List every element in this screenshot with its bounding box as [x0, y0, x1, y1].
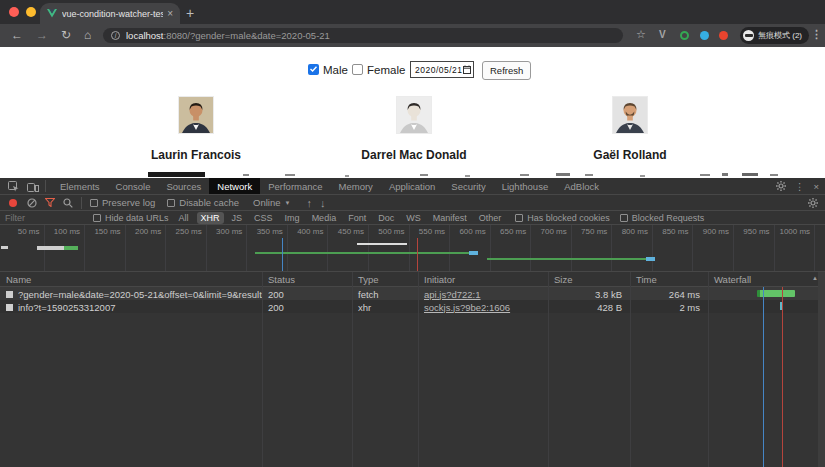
timeline-tick-label: 900 ms — [691, 227, 729, 236]
record-network-log-button[interactable] — [9, 199, 17, 207]
overview-request-bar — [64, 246, 78, 250]
filter-type-all[interactable]: All — [175, 212, 193, 224]
filter-type-ws[interactable]: WS — [402, 212, 425, 224]
date-value: 2020/05/21 — [415, 65, 463, 75]
table-row[interactable]: ?gender=male&date=2020-05-21&offset=0&li… — [0, 287, 825, 300]
devtools-tab-elements[interactable]: Elements — [52, 178, 108, 194]
column-header-status[interactable]: Status — [262, 272, 352, 286]
devtools-close-icon[interactable]: × — [813, 181, 819, 192]
inspect-element-icon[interactable] — [8, 181, 19, 192]
results-grid: Laurin Francois Darrel Mac Donald Gaël R… — [0, 97, 825, 167]
network-filter-funnel-icon[interactable] — [45, 198, 55, 207]
network-settings-gear-icon[interactable] — [808, 198, 818, 208]
devtools-tab-application[interactable]: Application — [381, 178, 443, 194]
timeline-tick-label: 350 ms — [245, 227, 283, 236]
back-icon[interactable]: ← — [11, 28, 23, 43]
blue-extension-icon[interactable] — [700, 31, 709, 40]
network-search-icon[interactable] — [63, 198, 73, 208]
import-har-icon[interactable]: ↑ — [306, 197, 312, 209]
vue-devtools-extension-icon[interactable]: V — [659, 29, 666, 40]
devtools-tab-memory[interactable]: Memory — [331, 178, 381, 194]
hide-data-urls-checkbox[interactable] — [93, 214, 101, 222]
blocked-requests-checkbox[interactable] — [620, 214, 628, 222]
person-photo — [613, 97, 647, 133]
tab-close-icon[interactable]: × — [167, 9, 173, 19]
address-bar[interactable]: i localhost:8080/?gender=male&date=2020-… — [103, 28, 623, 43]
timeline-tick-label: 800 ms — [610, 227, 648, 236]
red-extension-icon[interactable] — [719, 31, 728, 40]
female-checkbox[interactable] — [352, 64, 363, 75]
preserve-log-checkbox[interactable] — [90, 199, 98, 207]
green-extension-icon[interactable] — [680, 31, 689, 40]
male-checkbox[interactable] — [308, 64, 319, 75]
clear-network-log-icon[interactable] — [27, 198, 37, 208]
column-header-time[interactable]: Time — [630, 272, 708, 286]
new-tab-button[interactable]: + — [186, 4, 194, 22]
filter-type-doc[interactable]: Doc — [374, 212, 398, 224]
window-minimize-button[interactable] — [26, 7, 36, 17]
home-icon[interactable]: ⌂ — [84, 28, 91, 43]
disable-cache-checkbox[interactable] — [167, 199, 175, 207]
hide-data-urls-label: Hide data URLs — [105, 213, 169, 223]
initiator-link[interactable]: api.js?d722:1 — [424, 289, 481, 300]
filter-type-media[interactable]: Media — [308, 212, 341, 224]
column-header-type[interactable]: Type — [352, 272, 418, 286]
column-header-size[interactable]: Size — [548, 272, 630, 286]
filter-type-js[interactable]: JS — [228, 212, 247, 224]
load-event-line — [417, 238, 418, 271]
throttling-select[interactable]: Online — [253, 197, 280, 208]
export-har-icon[interactable]: ↓ — [320, 197, 326, 209]
timeline-tick-label: 450 ms — [326, 227, 364, 236]
site-info-icon[interactable]: i — [111, 31, 120, 40]
window-close-button[interactable] — [9, 7, 19, 17]
throttling-dropdown-icon[interactable]: ▼ — [284, 200, 290, 206]
filter-controls: Male Female 2020/05/21 Refresh — [0, 61, 825, 81]
column-header-initiator[interactable]: Initiator — [418, 272, 548, 286]
reload-icon[interactable]: ↻ — [61, 28, 71, 43]
overview-request-bar — [646, 257, 655, 261]
devtools-tab-network[interactable]: Network — [209, 178, 260, 194]
calendar-icon[interactable] — [463, 65, 471, 74]
request-file-icon — [6, 304, 13, 311]
filter-type-font[interactable]: Font — [344, 212, 370, 224]
devtools-tab-performance[interactable]: Performance — [260, 178, 330, 194]
devtools-tab-sources[interactable]: Sources — [158, 178, 209, 194]
browser-tab[interactable]: vue-condition-watcher-test × — [40, 3, 180, 24]
timeline-tick-label: 100 ms — [42, 227, 80, 236]
devtools-tab-console[interactable]: Console — [108, 178, 159, 194]
devtools-tab-security[interactable]: Security — [443, 178, 493, 194]
scrollbar-track[interactable] — [818, 272, 825, 467]
tab-title: vue-condition-watcher-test — [62, 9, 163, 19]
network-filter-bar: Filter Hide data URLs AllXHRJSCSSImgMedi… — [0, 211, 825, 225]
filter-type-xhr[interactable]: XHR — [197, 212, 224, 224]
filter-type-css[interactable]: CSS — [250, 212, 277, 224]
bookmark-star-icon[interactable]: ☆ — [636, 28, 646, 41]
incognito-badge[interactable]: 無痕模式 (2) — [740, 27, 809, 44]
column-header-name[interactable]: Name — [0, 272, 262, 286]
forward-icon[interactable]: → — [36, 28, 48, 43]
table-row[interactable]: info?t=1590253312007200xhrsockjs.js?9be2… — [0, 300, 825, 313]
overview-request-bar — [37, 246, 64, 250]
network-overview-timeline[interactable]: 50 ms100 ms150 ms200 ms250 ms300 ms350 m… — [0, 225, 825, 272]
devtools-settings-gear-icon[interactable] — [776, 181, 786, 191]
date-input[interactable]: 2020/05/21 — [410, 61, 474, 78]
initiator-link[interactable]: sockjs.js?9be2:1606 — [424, 302, 510, 313]
request-name: info?t=1590253312007 — [18, 302, 115, 313]
timeline-tick-label: 300 ms — [204, 227, 242, 236]
overview-request-bar — [487, 258, 646, 260]
browser-menu-icon[interactable]: ⋮ — [811, 28, 822, 41]
column-header-waterfall[interactable]: Waterfall▲ — [708, 272, 825, 286]
filter-type-manifest[interactable]: Manifest — [429, 212, 471, 224]
timeline-tick-label: 950 ms — [732, 227, 770, 236]
filter-input[interactable]: Filter — [5, 213, 93, 223]
refresh-button[interactable]: Refresh — [482, 61, 531, 80]
devtools-menu-icon[interactable]: ⋮ — [795, 181, 805, 192]
tab-strip: vue-condition-watcher-test × + — [0, 0, 825, 24]
filter-type-other[interactable]: Other — [475, 212, 506, 224]
person-card: Laurin Francois — [116, 97, 276, 162]
device-toolbar-icon[interactable] — [27, 181, 39, 192]
has-blocked-cookies-checkbox[interactable] — [515, 214, 523, 222]
devtools-tab-adblock[interactable]: AdBlock — [556, 178, 607, 194]
filter-type-img[interactable]: Img — [281, 212, 304, 224]
devtools-tab-lighthouse[interactable]: Lighthouse — [494, 178, 556, 194]
